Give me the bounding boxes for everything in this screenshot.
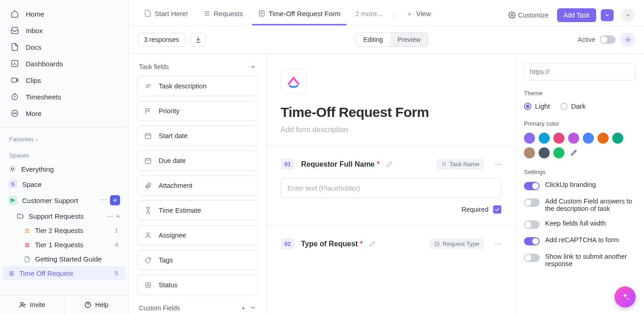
field-task-description[interactable]: Task description [137,76,258,96]
tab-time-off-form[interactable]: Time-Off Request Form [252,5,346,25]
tier2-label: Tier 2 Requests [35,227,83,234]
clips-icon [10,76,19,85]
question-text-input[interactable] [281,178,501,198]
nav-timesheets[interactable]: Timesheets [0,88,128,105]
custom-answers-toggle[interactable] [524,198,540,207]
color-swatch[interactable] [553,133,564,144]
show-link-toggle[interactable] [524,254,540,262]
task-fields-panel: Task fields Task description Priority St… [129,54,267,314]
add-task-button[interactable]: Add Task [557,8,596,22]
doc-getting-started[interactable]: Getting Started Guide [0,252,128,266]
ellipsis-icon[interactable]: ⋯ [100,195,107,205]
full-width-toggle[interactable] [524,221,540,229]
tab-start-here[interactable]: Start Here! [138,5,194,25]
active-toggle[interactable] [600,35,615,44]
space-everything[interactable]: Everything [0,162,128,176]
field-type-badge: Request Type [430,238,484,249]
form-question-02[interactable]: 02 Type of Request * Request Type ⋯ [267,226,515,270]
theme-dark-radio[interactable]: Dark [560,102,586,110]
question-menu-button[interactable]: ⋯ [495,240,501,248]
color-swatch[interactable] [583,133,594,144]
responses-pill[interactable]: 3 responses [138,33,185,47]
eyedropper-icon[interactable] [568,147,579,158]
question-menu-button[interactable]: ⋯ [495,161,501,168]
field-time-estimate[interactable]: Time Estimate [137,200,258,221]
required-checkbox[interactable] [493,205,501,214]
custom-fields-header[interactable]: Custom Fields + [137,304,258,314]
add-task-caret-button[interactable] [601,9,614,21]
recaptcha-toggle[interactable] [524,237,540,245]
svg-rect-19 [435,242,439,246]
chevron-right-icon: › [35,136,37,143]
help-button[interactable]: Help [64,296,128,314]
nav-more-label: More [26,110,41,117]
getting-started-label: Getting Started Guide [35,255,102,263]
color-swatch[interactable] [539,147,550,158]
nav-docs[interactable]: Docs [0,39,128,55]
field-start-date[interactable]: Start date [137,126,258,146]
form-icon [258,9,266,17]
time-off-count: 5 [115,270,120,277]
color-swatch[interactable] [524,147,535,158]
seg-preview[interactable]: Preview [391,33,428,47]
list-tier1[interactable]: Tier 1 Requests 4 [0,238,128,252]
field-tags[interactable]: Tags [137,250,258,270]
folder-support-requests[interactable]: Support Requests ⋯+ [0,209,128,223]
timesheets-icon [10,92,19,101]
tab-more[interactable]: 2 more... [350,5,388,25]
tab-add-view[interactable]: +View [400,5,437,25]
color-swatch[interactable] [568,133,579,144]
color-swatch[interactable] [612,133,623,144]
field-assignee[interactable]: Assignee [137,225,258,245]
list-tier2[interactable]: Tier 2 Requests 1 [0,223,128,238]
form-logo[interactable] [281,69,306,94]
form-title[interactable]: Time-Off Request Form [281,105,501,120]
more-icon [10,109,19,118]
nav-inbox[interactable]: Inbox [0,22,128,39]
space-badge-icon: S [8,180,17,189]
form-description[interactable]: Add form description [281,126,501,134]
space-customer-support[interactable]: Customer Support ⋯ + [0,192,128,209]
branding-toggle[interactable] [524,182,540,190]
avatar-button[interactable] [621,8,635,22]
task-fields-header[interactable]: Task fields [137,63,258,76]
nav-inbox-label: Inbox [26,27,43,35]
nav-dashboards[interactable]: Dashboards [0,55,128,72]
add-space-button[interactable]: + [110,195,120,205]
field-status[interactable]: Status [137,275,258,295]
ai-fab-button[interactable] [615,286,636,308]
seg-editing[interactable]: Editing [356,33,391,47]
settings-gear-button[interactable] [621,33,635,47]
flag-icon [144,107,152,115]
nav-clips[interactable]: Clips [0,72,128,88]
color-swatch[interactable] [524,133,535,144]
add-custom-field-button[interactable]: + [242,304,245,312]
ellipsis-icon[interactable]: ⋯ [106,212,113,220]
tab-view-label: View [416,10,431,17]
field-priority[interactable]: Priority [137,101,258,121]
download-button[interactable] [190,33,206,47]
field-due-date[interactable]: Due date [137,151,258,171]
space-space[interactable]: S Space [0,176,128,192]
tab-requests[interactable]: Requests [197,5,248,25]
form-question-01[interactable]: 01 Requestor Full Name * Task Name ⋯ Req… [267,146,515,226]
svg-point-7 [12,168,14,170]
nav-more[interactable]: More [0,105,128,122]
redirect-url-input[interactable] [524,63,636,81]
tag-icon [144,256,152,264]
color-swatch[interactable] [553,147,564,158]
invite-button[interactable]: Invite [0,296,64,314]
add-button[interactable]: + [116,212,120,220]
color-swatch[interactable] [598,133,609,144]
question-number: 02 [281,238,294,250]
tab-form-label: Time-Off Request Form [269,10,341,17]
color-swatch[interactable] [539,133,550,144]
edit-icon[interactable] [386,161,393,168]
favorites-section[interactable]: Favorites › [0,129,128,145]
list-time-off-request[interactable]: Time Off Request 5 [3,266,126,280]
customize-button[interactable]: Customize [504,9,553,22]
edit-icon[interactable] [369,240,376,247]
theme-light-radio[interactable]: Light [524,102,550,110]
nav-home[interactable]: Home [0,6,128,22]
field-attachment[interactable]: Attachment [137,175,258,196]
